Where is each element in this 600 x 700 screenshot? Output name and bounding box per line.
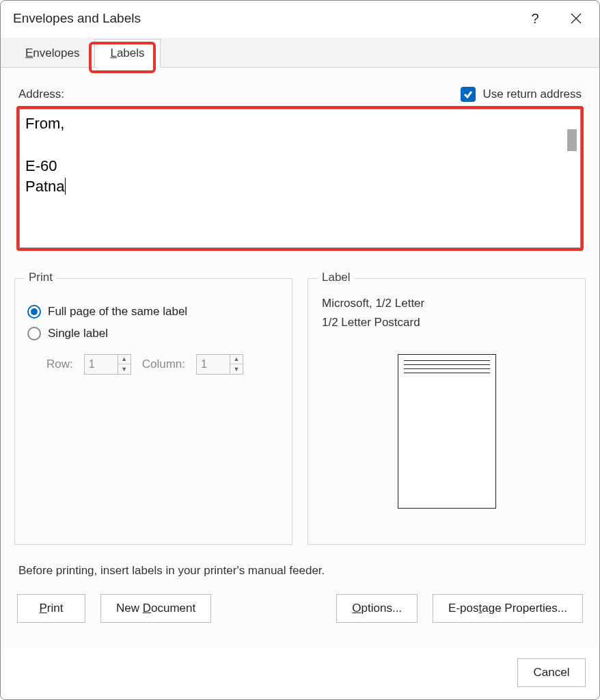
preview-line: [404, 373, 490, 373]
tab-bar: Envelopes Labels: [1, 38, 599, 68]
print-legend: Print: [25, 271, 57, 284]
address-textarea[interactable]: From,E-60Patna: [19, 109, 581, 248]
row-up-button[interactable]: ▲: [118, 355, 131, 364]
column-down-button[interactable]: ▼: [230, 364, 243, 374]
checkbox-icon: [461, 87, 476, 102]
new-document-button[interactable]: New Document: [100, 594, 211, 623]
dialog-title: Envelopes and Labels: [13, 11, 141, 26]
options-button[interactable]: Options...: [336, 594, 418, 623]
column-input[interactable]: [197, 355, 230, 373]
radio-full-label: Full page of the same label: [48, 305, 187, 319]
address-label: Address:: [18, 88, 64, 101]
group-row: Print Full page of the same label Single…: [14, 278, 586, 545]
radio-icon-unchecked: [27, 327, 41, 340]
dialog-body: Address: Use return address From,E-60Pat…: [1, 68, 599, 647]
close-button[interactable]: [565, 8, 587, 29]
help-button[interactable]: ?: [524, 8, 546, 29]
use-return-address-text: Use return address: [482, 88, 582, 101]
use-return-address-checkbox[interactable]: Use return address: [461, 87, 582, 102]
column-spinner[interactable]: ▲ ▼: [196, 354, 243, 375]
spacer: [226, 594, 321, 623]
tab-envelopes-rest: nvelopes: [33, 46, 79, 59]
close-icon: [570, 12, 582, 25]
column-up-button[interactable]: ▲: [230, 355, 243, 364]
print-group: Print Full page of the same label Single…: [14, 278, 292, 545]
column-label: Column:: [142, 358, 185, 371]
row-col-spinners: Row: ▲ ▼ Column: ▲ ▼: [46, 354, 279, 375]
action-button-row: Print New Document Options... E-postage …: [17, 594, 583, 623]
radio-single-text: Single label: [48, 327, 108, 340]
label-legend: Label: [318, 271, 355, 284]
row-spinner[interactable]: ▲ ▼: [84, 354, 131, 375]
footer-note: Before printing, insert labels in your p…: [18, 564, 582, 578]
preview-line: [404, 364, 490, 365]
bottom-bar: Cancel: [1, 647, 599, 699]
label-preview[interactable]: [398, 354, 496, 509]
row-spinner-buttons: ▲ ▼: [118, 355, 131, 374]
row-down-button[interactable]: ▼: [118, 364, 131, 374]
preview-line: [404, 368, 490, 369]
label-group: Label Microsoft, 1/2 Letter 1/2 Letter P…: [308, 278, 586, 545]
address-field-highlight: From,E-60Patna: [16, 106, 584, 251]
titlebar: Envelopes and Labels ?: [1, 1, 599, 36]
tab-labels[interactable]: Labels: [94, 39, 160, 68]
preview-line: [404, 360, 490, 361]
cancel-button[interactable]: Cancel: [517, 658, 586, 687]
address-field-wrapper: From,E-60Patna: [19, 109, 581, 248]
column-spinner-buttons: ▲ ▼: [230, 355, 243, 374]
radio-full-page[interactable]: Full page of the same label: [27, 305, 279, 319]
envelopes-labels-dialog: Envelopes and Labels ? Envelopes Labels …: [0, 0, 600, 700]
titlebar-controls: ?: [524, 8, 587, 29]
row-label: Row:: [46, 358, 73, 371]
address-header-row: Address: Use return address: [18, 87, 582, 102]
radio-icon-checked: [27, 305, 41, 319]
radio-single-label[interactable]: Single label: [27, 327, 279, 340]
print-button[interactable]: Print: [17, 594, 85, 623]
tab-envelopes[interactable]: Envelopes: [10, 40, 94, 67]
scrollbar-thumb[interactable]: [567, 129, 577, 151]
checkmark-icon: [463, 90, 473, 99]
epostage-button[interactable]: E-postage Properties...: [433, 594, 583, 623]
row-input[interactable]: [85, 355, 118, 373]
label-product-text: 1/2 Letter Postcard: [321, 316, 573, 329]
label-vendor-text: Microsoft, 1/2 Letter: [321, 297, 573, 310]
address-scrollbar[interactable]: [566, 113, 578, 240]
tab-labels-rest: abels: [117, 46, 145, 59]
